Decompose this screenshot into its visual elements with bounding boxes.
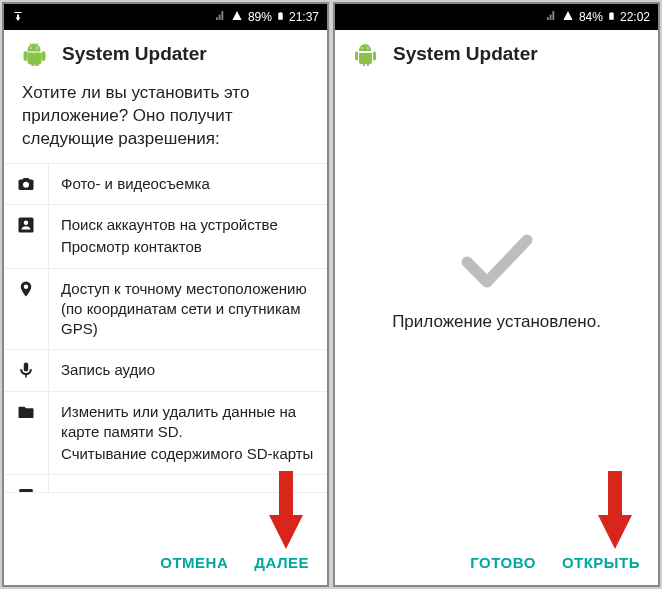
more-icon xyxy=(4,475,48,492)
download-icon xyxy=(12,9,24,25)
battery-icon xyxy=(276,9,285,26)
title-bar: System Updater xyxy=(335,30,658,82)
checkmark-icon xyxy=(461,232,533,290)
status-bar: 89% 21:37 xyxy=(4,4,327,30)
title-bar: System Updater xyxy=(4,30,327,82)
installed-message: Приложение установлено. xyxy=(392,312,601,332)
svg-point-0 xyxy=(30,47,32,49)
install-permissions-screen: 89% 21:37 System Updater Хотите ли вы ус… xyxy=(2,2,329,587)
permission-row: Изменить или удалить данные на карте пам… xyxy=(4,392,327,476)
battery-icon xyxy=(607,9,616,26)
permission-row: Запись аудио xyxy=(4,350,327,391)
status-bar: 84% 22:02 xyxy=(335,4,658,30)
next-button[interactable]: ДАЛЕЕ xyxy=(254,554,309,571)
permission-text: Фото- и видеосъемка xyxy=(48,164,327,204)
svg-point-1 xyxy=(36,47,38,49)
permission-text: Изменить или удалить данные на карте пам… xyxy=(48,392,327,475)
cancel-button[interactable]: ОТМЕНА xyxy=(160,554,228,571)
wifi-icon xyxy=(230,10,244,24)
battery-label: 89% xyxy=(248,10,272,24)
permission-text: Запись аудио xyxy=(48,350,327,390)
mic-icon xyxy=(4,350,48,390)
signal-icon xyxy=(215,10,226,24)
svg-rect-2 xyxy=(19,489,33,493)
clock-label: 21:37 xyxy=(289,10,319,24)
signal-icon xyxy=(546,10,557,24)
android-icon xyxy=(353,42,377,66)
app-title: System Updater xyxy=(62,43,207,65)
storage-icon xyxy=(4,392,48,475)
permission-row: Доступ к точному местоположению (по коор… xyxy=(4,269,327,351)
contacts-icon xyxy=(4,205,48,268)
android-icon xyxy=(22,42,46,66)
done-button[interactable]: ГОТОВО xyxy=(470,554,536,571)
location-icon xyxy=(4,269,48,350)
permission-text: Доступ к точному местоположению (по коор… xyxy=(48,269,327,350)
permission-row: Поиск аккаунтов на устройстве Просмотр к… xyxy=(4,205,327,269)
button-row: ОТМЕНА ДАЛЕЕ xyxy=(4,542,327,585)
button-row: ГОТОВО ОТКРЫТЬ xyxy=(335,542,658,585)
open-button[interactable]: ОТКРЫТЬ xyxy=(562,554,640,571)
svg-point-6 xyxy=(367,47,369,49)
svg-point-5 xyxy=(361,47,363,49)
permission-text: Поиск аккаунтов на устройстве Просмотр к… xyxy=(48,205,327,268)
installed-body: Приложение установлено. xyxy=(335,82,658,542)
clock-label: 22:02 xyxy=(620,10,650,24)
app-title: System Updater xyxy=(393,43,538,65)
permissions-list[interactable]: Фото- и видеосъемка Поиск аккаунтов на у… xyxy=(4,163,327,542)
wifi-icon xyxy=(561,10,575,24)
permission-row-cut xyxy=(4,475,327,493)
install-complete-screen: 84% 22:02 System Updater Приложение уста… xyxy=(333,2,660,587)
permission-row: Фото- и видеосъемка xyxy=(4,164,327,205)
battery-label: 84% xyxy=(579,10,603,24)
install-prompt: Хотите ли вы установить это приложение? … xyxy=(4,82,327,163)
camera-icon xyxy=(4,164,48,204)
